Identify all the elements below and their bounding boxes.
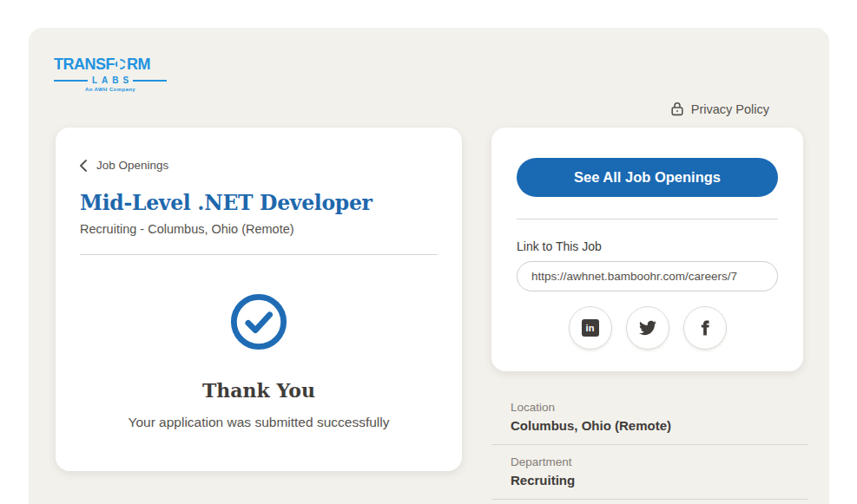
logo-text-right: RM	[127, 56, 150, 73]
job-title: Mid-Level .NET Developer	[80, 191, 438, 215]
job-info-row-location: Location Columbus, Ohio (Remote)	[491, 401, 808, 445]
department-value: Recruiting	[511, 473, 808, 488]
location-value: Columbus, Ohio (Remote)	[511, 418, 808, 433]
job-link-input[interactable]	[517, 261, 778, 291]
logo-dash-left	[54, 80, 88, 82]
privacy-policy-link[interactable]: Privacy Policy	[670, 101, 769, 116]
job-info-row-department: Department Recruiting	[491, 455, 808, 500]
share-facebook-button[interactable]	[683, 306, 727, 350]
facebook-icon	[697, 320, 713, 336]
location-label: Location	[511, 401, 808, 414]
department-label: Department	[511, 455, 808, 468]
share-twitter-button[interactable]	[626, 306, 669, 350]
thank-you-heading: Thank You	[80, 379, 438, 402]
application-confirmation-card: Job Openings Mid-Level .NET Developer Re…	[56, 128, 462, 471]
link-to-job-label: Link to This Job	[517, 239, 778, 253]
gear-icon	[115, 59, 126, 69]
logo-labs-text: LABS	[92, 75, 133, 85]
main-panel: TRANSF RM LABS An AWH Company Privacy Po…	[29, 28, 829, 504]
back-to-job-openings-link[interactable]: Job Openings	[80, 159, 438, 172]
job-actions-card: See All Job Openings Link to This Job in	[491, 128, 803, 371]
transform-labs-logo[interactable]: TRANSF RM LABS An AWH Company	[54, 56, 167, 92]
share-linkedin-button[interactable]: in	[569, 306, 612, 350]
chevron-left-icon	[80, 160, 87, 172]
job-subtitle: Recruiting - Columbus, Ohio (Remote)	[80, 222, 438, 236]
job-info-list: Location Columbus, Ohio (Remote) Departm…	[491, 401, 808, 504]
back-link-label: Job Openings	[96, 159, 168, 172]
logo-tagline: An AWH Company	[54, 87, 167, 92]
twitter-icon	[639, 319, 656, 337]
lock-icon	[670, 101, 684, 116]
logo-text-left: TRANSF	[54, 56, 115, 73]
logo-wordmark: TRANSF RM	[54, 56, 167, 73]
linkedin-icon: in	[582, 319, 599, 337]
success-check-icon	[229, 292, 288, 351]
see-all-job-openings-button[interactable]: See All Job Openings	[517, 158, 778, 197]
logo-labs-line: LABS	[54, 75, 167, 85]
divider	[517, 219, 778, 219]
success-message: Your application was submitted successfu…	[80, 415, 438, 430]
privacy-policy-label: Privacy Policy	[691, 102, 769, 116]
logo-dash-right	[133, 80, 167, 82]
